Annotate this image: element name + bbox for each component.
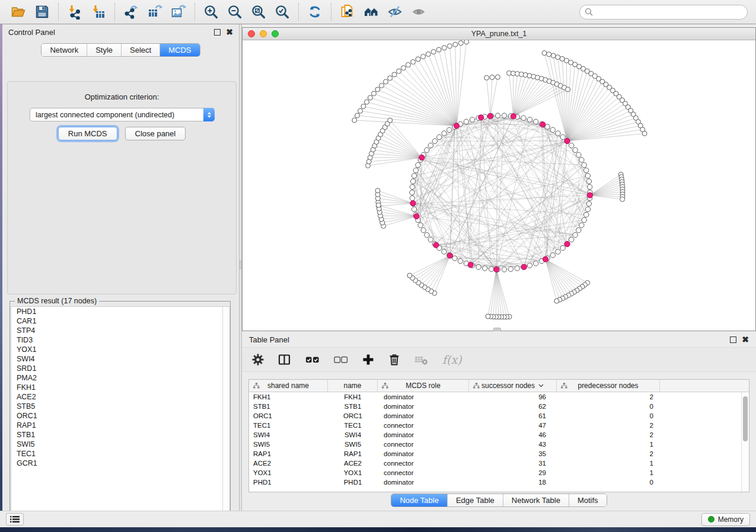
- leaf-node[interactable]: [376, 203, 381, 207]
- network-node[interactable]: [428, 143, 433, 148]
- mcds-result-item[interactable]: PHD1: [11, 307, 229, 316]
- zoom-in-button[interactable]: [201, 2, 221, 21]
- mcds-hub-node[interactable]: [540, 122, 546, 127]
- mcds-result-item[interactable]: YOX1: [11, 345, 229, 354]
- network-window-titlebar[interactable]: YPA_prune.txt_1: [243, 28, 755, 40]
- leaf-node[interactable]: [486, 314, 490, 319]
- column-header-name[interactable]: name: [328, 380, 378, 392]
- network-node[interactable]: [533, 261, 538, 265]
- network-node[interactable]: [502, 267, 506, 272]
- add-column-button[interactable]: [362, 353, 375, 366]
- leaf-node[interactable]: [551, 53, 556, 58]
- network-node[interactable]: [560, 245, 565, 250]
- network-node[interactable]: [425, 233, 429, 238]
- table-row[interactable]: FKH1FKH1dominator962: [249, 392, 741, 402]
- mcds-result-item[interactable]: SWI5: [11, 440, 229, 449]
- mcds-result-item[interactable]: TEC1: [11, 449, 229, 459]
- leaf-node[interactable]: [495, 75, 500, 79]
- tab-style[interactable]: Style: [87, 44, 122, 56]
- network-node[interactable]: [521, 116, 526, 120]
- table-row[interactable]: STB1STB1dominator620: [249, 402, 741, 411]
- show-all-button[interactable]: [409, 2, 429, 21]
- close-table-panel-icon[interactable]: ✖: [742, 336, 749, 343]
- refresh-view-button[interactable]: [305, 2, 325, 21]
- mcds-result-item[interactable]: GCR1: [11, 459, 229, 468]
- network-node[interactable]: [560, 134, 565, 139]
- mcds-list-scrollbar[interactable]: [222, 307, 229, 520]
- network-node[interactable]: [550, 253, 555, 258]
- network-node[interactable]: [582, 217, 586, 222]
- leaf-node[interactable]: [392, 72, 397, 77]
- search-input[interactable]: [596, 8, 742, 16]
- leaf-node[interactable]: [416, 57, 420, 62]
- float-table-panel-icon[interactable]: [730, 336, 736, 343]
- leaf-node[interactable]: [397, 69, 401, 73]
- leaf-node[interactable]: [401, 66, 406, 70]
- zoom-fit-button[interactable]: [248, 2, 269, 21]
- tab-select[interactable]: Select: [122, 44, 160, 56]
- network-node[interactable]: [502, 113, 506, 118]
- network-node[interactable]: [527, 117, 532, 122]
- network-node[interactable]: [410, 179, 415, 184]
- leaf-node[interactable]: [388, 118, 393, 123]
- network-node[interactable]: [412, 174, 416, 178]
- table-row[interactable]: TEC1TEC1connector472: [249, 421, 741, 430]
- mcds-hub-node[interactable]: [447, 253, 452, 258]
- network-node[interactable]: [410, 184, 414, 189]
- network-node[interactable]: [495, 113, 500, 118]
- horizontal-splitter-handle[interactable]: [493, 328, 501, 331]
- export-image-button[interactable]: [168, 2, 189, 21]
- leaf-node[interactable]: [458, 41, 463, 46]
- tab-network-table[interactable]: Network Table: [503, 494, 569, 507]
- network-node[interactable]: [573, 148, 578, 152]
- leaf-node[interactable]: [556, 55, 560, 60]
- mcds-hub-node[interactable]: [479, 115, 484, 120]
- mcds-hub-node[interactable]: [564, 241, 570, 246]
- close-panel-icon[interactable]: ✖: [226, 29, 233, 36]
- network-node[interactable]: [464, 119, 468, 124]
- table-scrollbar-thumb[interactable]: [743, 396, 748, 441]
- network-node[interactable]: [442, 131, 446, 136]
- mcds-result-list[interactable]: PHD1CAR1STP4TID3YOX1SWI4SRD1PMA2FKH1ACE2…: [11, 306, 230, 520]
- leaf-node[interactable]: [379, 83, 384, 88]
- mcds-result-item[interactable]: STP4: [11, 326, 229, 335]
- mcds-result-item[interactable]: TID3: [11, 335, 229, 345]
- network-node[interactable]: [425, 148, 429, 152]
- network-node[interactable]: [515, 266, 519, 271]
- leaf-node[interactable]: [421, 54, 426, 59]
- leaf-node[interactable]: [407, 273, 412, 278]
- leaf-node[interactable]: [383, 79, 388, 84]
- leaf-node[interactable]: [464, 40, 469, 44]
- table-row[interactable]: RAP1RAP1dominator352: [249, 449, 741, 459]
- network-node[interactable]: [421, 227, 426, 232]
- leaf-node[interactable]: [361, 104, 366, 109]
- mcds-result-item[interactable]: STB1: [11, 430, 229, 440]
- network-node[interactable]: [533, 119, 538, 124]
- mcds-result-item[interactable]: PMA2: [11, 373, 229, 383]
- table-row[interactable]: ACE2ACE2connector311: [249, 459, 741, 468]
- mcds-hub-node[interactable]: [487, 113, 493, 118]
- mcds-hub-node[interactable]: [587, 193, 592, 198]
- leaf-node[interactable]: [406, 62, 410, 67]
- mcds-result-item[interactable]: SWI4: [11, 354, 229, 364]
- mcds-hub-node[interactable]: [419, 155, 425, 160]
- network-node[interactable]: [583, 168, 588, 172]
- mcds-hub-node[interactable]: [511, 114, 516, 119]
- tab-mcds[interactable]: MCDS: [160, 44, 199, 56]
- delete-columns-button[interactable]: [388, 353, 401, 366]
- column-header-MCDS-role[interactable]: MCDS role: [378, 380, 469, 392]
- table-row[interactable]: PHD1PHD1dominator180: [249, 477, 741, 487]
- network-node[interactable]: [587, 184, 592, 189]
- network-node[interactable]: [470, 117, 474, 122]
- mcds-result-item[interactable]: ORC1: [11, 411, 229, 421]
- mcds-hub-node[interactable]: [414, 214, 419, 219]
- mcds-hub-node[interactable]: [494, 267, 499, 272]
- first-neighbors-button[interactable]: [361, 2, 381, 21]
- network-node[interactable]: [586, 201, 591, 206]
- save-session-button[interactable]: [32, 2, 52, 21]
- leaf-node[interactable]: [542, 50, 547, 55]
- network-node[interactable]: [550, 127, 555, 132]
- leaf-node[interactable]: [375, 87, 380, 92]
- run-mcds-button[interactable]: Run MCDS: [58, 127, 117, 140]
- clone-network-button[interactable]: [337, 2, 358, 21]
